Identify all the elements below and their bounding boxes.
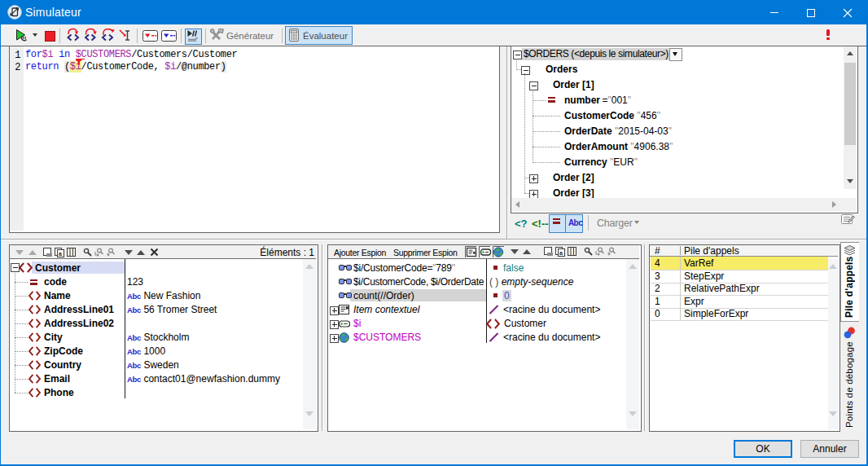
svg-text:a: a xyxy=(559,250,563,256)
svg-text:a: a xyxy=(59,251,62,257)
